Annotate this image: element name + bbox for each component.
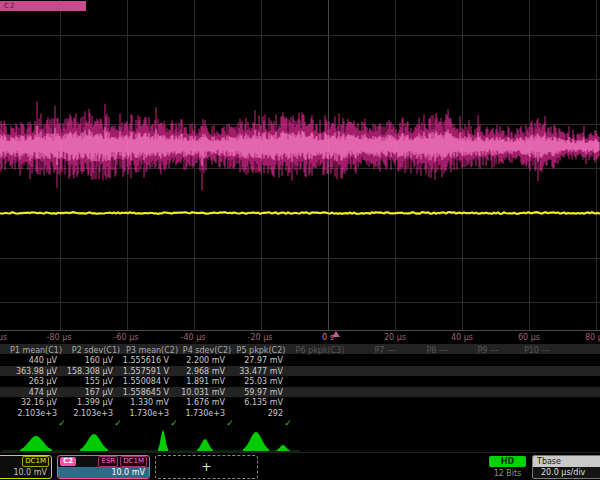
add-trace-button[interactable]: + [155,455,258,479]
c2-channel-chip: C2 [60,457,76,466]
time-axis-label: 20 µs [384,333,406,342]
parameter-value: 6.135 mV [213,398,283,407]
histicon [20,436,52,451]
parameter-header: P4 sdev(C2) [183,346,231,355]
timebase-value: 20.0 µs/div [533,467,600,479]
parameter-header: P8 --- [426,346,447,355]
parameter-value: 33.477 mV [213,367,283,376]
time-axis-label: 60 µs [518,333,540,342]
oscilloscope-screen: C2 -100 µs-80 µs-60 µs-40 µs-20 µs0 s20 … [0,0,600,480]
trace-canvas [0,0,600,332]
measurement-table: P1 mean(C1)440 µV363.98 µV263 µV474 µV32… [0,344,600,430]
time-axis-label: 40 µs [451,333,473,342]
parameter-header: P1 mean(C1) [10,346,62,355]
c2-esr-chip: ESR [98,456,118,467]
c2-scale-value: 10.0 mV [58,467,149,478]
parameter-header: P5 pkpk(C2) [237,346,286,355]
time-axis-label: -20 µs [248,333,273,342]
parameter-header: P2 sdev(C1) [72,346,120,355]
parameter-value: 27.97 mV [213,356,283,365]
channel-c1-descriptor[interactable]: DC1M 10.0 mV [0,455,52,479]
parameter-header: P7 --- [374,346,395,355]
time-axis-label: -100 µs [0,333,7,342]
hd-bits-label: 12 Bits [487,469,528,478]
trace-label-tag: C2 [0,1,86,11]
status-check-icon: ✓ [226,418,234,428]
status-check-icon: ✓ [58,418,66,428]
time-axis-label: 80 µs [585,333,600,342]
bottom-separator [0,452,600,453]
parameter-value: 59.97 mV [213,388,283,397]
histicon [80,434,108,451]
time-axis-label: -40 µs [181,333,206,342]
parameter-value: 25.03 mV [213,377,283,386]
histicon [243,432,269,451]
trigger-position-marker[interactable] [332,331,340,337]
c2-coupling-chip: DC1M [120,456,147,467]
time-axis-label: -80 µs [47,333,72,342]
hd-mode-badge[interactable]: HD [489,456,526,467]
status-check-icon: ✓ [284,418,292,428]
timebase-descriptor[interactable]: Tbase 20.0 µs/div [532,455,600,479]
parameter-histicons [0,430,600,453]
histicon [276,445,290,451]
timebase-label: Tbase [533,456,600,467]
parameter-header: P10 --- [524,346,550,355]
parameter-header: P6 pkpk(C3) [296,346,345,355]
channel-c2-descriptor[interactable]: C2 ESR DC1M 10.0 mV [57,455,150,479]
parameter-header: P3 mean(C2) [126,346,178,355]
status-check-icon: ✓ [114,418,122,428]
status-check-icon: ✓ [170,418,178,428]
parameter-header: P9 --- [477,346,498,355]
parameter-value: 292 [213,409,283,418]
histicon [197,439,213,451]
histicon [158,430,168,451]
c1-coupling-chip: DC1M [22,456,49,467]
time-axis-label: -60 µs [114,333,139,342]
c1-scale-value: 10.0 mV [0,467,51,478]
